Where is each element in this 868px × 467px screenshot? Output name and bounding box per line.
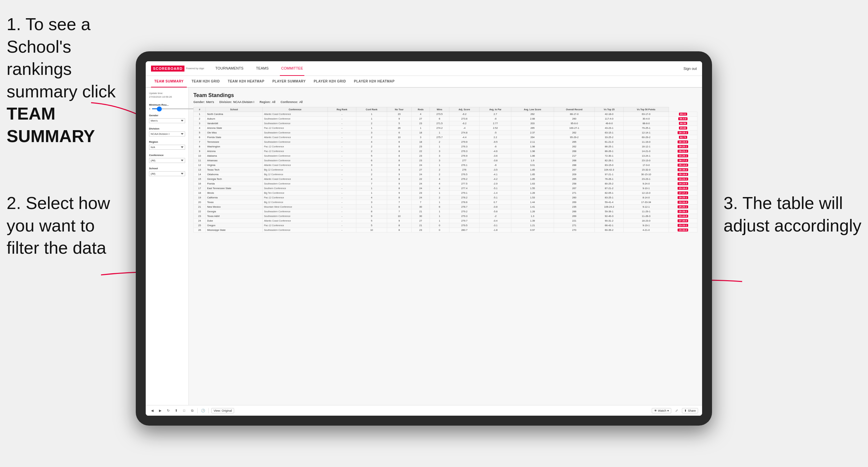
table-row: 3VanderbiltSoutheastern Conference-25232… bbox=[194, 121, 698, 126]
table-row: 13Texas TechBig 12 Conference-19272276-3… bbox=[194, 167, 698, 172]
table-row: 17East Tennessee StateSouthern Conferenc… bbox=[194, 186, 698, 191]
logo-sub: Powered by clippi bbox=[186, 67, 204, 69]
sub-nav-player-summary[interactable]: PLAYER SUMMARY bbox=[269, 75, 309, 88]
table-row: 10AlabamaSoutheastern Conference-5823327… bbox=[194, 154, 698, 158]
col-rank: # bbox=[194, 107, 206, 112]
col-conf-rank: Conf Rank bbox=[356, 107, 387, 112]
table-row: 22GeorgiaSoutheastern Conference-8721127… bbox=[194, 209, 698, 214]
toolbar-sep2 bbox=[208, 408, 209, 413]
sign-out-button[interactable]: Sign out bbox=[684, 67, 697, 70]
nav-tournaments[interactable]: TOURNAMENTS bbox=[214, 61, 245, 76]
col-vs-top25: Vs Top 25 bbox=[595, 107, 624, 112]
table-row: 20TexasBig 12 Conference-3771278.60.71.4… bbox=[194, 200, 698, 205]
table-row: 25OregonPac-12 Conference-58210279.5-3.1… bbox=[194, 223, 698, 228]
table-row: 23Texas A&MSoutheastern Conference-91030… bbox=[194, 214, 698, 219]
col-wins: Wins bbox=[430, 107, 449, 112]
table-row: 26Mississippi StateSoutheastern Conferen… bbox=[194, 228, 698, 232]
sub-nav-player-h2h-heatmap[interactable]: PLAYER H2H HEATMAP bbox=[351, 75, 398, 88]
col-avg-par: Avg. to Par bbox=[479, 107, 511, 112]
conference-section: Conference (All) Atlantic Coast Conferen… bbox=[149, 154, 185, 163]
table-row: 24DukeAtlantic Coast Conference-59271279… bbox=[194, 219, 698, 223]
table-row: 8WashingtonPac-12 Conference-28231276.3-… bbox=[194, 145, 698, 149]
filters-row: Gender: Men's Division: NCAA Division I … bbox=[193, 100, 698, 104]
table-row: 14OklahomaBig 12 Conference-29242276.5-4… bbox=[194, 172, 698, 177]
logo-area: SCOREBOARD Powered by clippi bbox=[151, 66, 204, 71]
school-select[interactable]: (All) bbox=[149, 171, 185, 176]
col-overall: Overall Record bbox=[554, 107, 594, 112]
table-row: 18IllinoisBig Ten Conference-19231279.1-… bbox=[194, 191, 698, 195]
division-section: Division NCAA Division I NCAA Division I… bbox=[149, 127, 185, 136]
table-row: 6Florida StateAtlantic Coast Conference-… bbox=[194, 135, 698, 140]
bottom-toolbar: ◀ ▶ ↻ ⬆ □ ⧉ 🕐 View: Original 👁 Watch ▾ ⤢… bbox=[146, 405, 702, 416]
sub-nav-player-h2h-grid[interactable]: PLAYER H2H GRID bbox=[310, 75, 349, 88]
toolbar-bookmark[interactable]: □ bbox=[182, 408, 187, 413]
content-area: Team Standings Gender: Men's Division: N… bbox=[189, 88, 702, 405]
toolbar-resize[interactable]: ⤢ bbox=[674, 408, 679, 413]
tablet-screen: SCOREBOARD Powered by clippi TOURNAMENTS… bbox=[146, 61, 702, 416]
sub-nav-team-h2h-grid[interactable]: TEAM H2H GRID bbox=[188, 75, 223, 88]
tablet-device: SCOREBOARD Powered by clippi TOURNAMENTS… bbox=[136, 51, 712, 426]
toolbar-share[interactable]: ⬆ bbox=[174, 408, 179, 413]
content-title: Team Standings bbox=[193, 92, 698, 98]
navbar: SCOREBOARD Powered by clippi TOURNAMENTS… bbox=[146, 61, 702, 76]
sub-nav-team-h2h-heatmap[interactable]: TEAM H2H HEATMAP bbox=[224, 75, 268, 88]
region-section: Region N/A All bbox=[149, 141, 185, 150]
col-reg-rank: Reg Rank bbox=[328, 107, 356, 112]
table-row: 16FloridaSoutheastern Conference-7924427… bbox=[194, 182, 698, 186]
nav-teams[interactable]: TEAMS bbox=[255, 61, 270, 76]
col-rnds: Rnds bbox=[411, 107, 430, 112]
standings-table: # School Conference Reg Rank Conf Rank N… bbox=[193, 107, 698, 232]
col-conference: Conference bbox=[262, 107, 328, 112]
col-avg-low: Avg. Low Score bbox=[511, 107, 554, 112]
toolbar-back[interactable]: ◀ bbox=[150, 408, 155, 413]
instruction-step2: 2. Select how you want to filter the dat… bbox=[7, 192, 110, 259]
school-section: School (All) bbox=[149, 167, 185, 176]
nav-committee[interactable]: COMMITTEE bbox=[280, 61, 304, 76]
minimum-rounds-section: Minimum Rou... 4 30 bbox=[149, 103, 185, 110]
sub-nav-team-summary[interactable]: TEAM SUMMARY bbox=[151, 75, 187, 88]
table-row: 7TennesseeSoutheastern Conference-461822… bbox=[194, 140, 698, 145]
table-row: 19CaliforniaPac-12 Conference-48242278.2… bbox=[194, 195, 698, 200]
filter-region: Region: All bbox=[260, 100, 276, 104]
table-row: 21New MexicoMountain West Conference-183… bbox=[194, 205, 698, 209]
watch-button[interactable]: 👁 Watch ▾ bbox=[652, 408, 671, 413]
instruction-step3: 3. The table will adjust accordingly bbox=[723, 192, 861, 237]
table-row: 5Ole MissSoutheastern Conference-3618127… bbox=[194, 130, 698, 135]
update-time: Update time: 27/03/2024 16:56:26 bbox=[149, 92, 185, 99]
col-no-tour: No Tour bbox=[387, 107, 411, 112]
gender-select[interactable]: Men's Women's All bbox=[149, 118, 185, 123]
col-adj-score: Adj. Score bbox=[449, 107, 479, 112]
content-header: Team Standings Gender: Men's Division: N… bbox=[193, 92, 698, 104]
filter-conference: Conference: All bbox=[280, 100, 303, 104]
view-original-button[interactable]: View: Original bbox=[211, 408, 234, 413]
gender-section: Gender Men's Women's All bbox=[149, 114, 185, 123]
filter-gender: Gender: Men's bbox=[193, 100, 214, 104]
table-row: 12VirginiaAtlantic Coast Conference-3824… bbox=[194, 163, 698, 167]
main-content: Update time: 27/03/2024 16:56:26 Minimum… bbox=[146, 88, 702, 405]
toolbar-clock[interactable]: 🕐 bbox=[200, 408, 206, 413]
sub-navbar: TEAM SUMMARY TEAM H2H GRID TEAM H2H HEAT… bbox=[146, 76, 702, 88]
minimum-rounds-slider[interactable] bbox=[152, 108, 194, 109]
filter-division: Division: NCAA Division I bbox=[219, 100, 254, 104]
toolbar-sep1 bbox=[197, 408, 198, 413]
nav-items: TOURNAMENTS TEAMS COMMITTEE bbox=[214, 61, 683, 76]
table-row: 9ArizonaPac-12 Conference-28223276.3-4.6… bbox=[194, 149, 698, 154]
toolbar-forward[interactable]: ▶ bbox=[158, 408, 163, 413]
toolbar-tab[interactable]: ⧉ bbox=[189, 408, 195, 413]
table-row: 15Georgia TechAtlantic Coast Conference-… bbox=[194, 177, 698, 182]
table-row: 1North CarolinaAtlantic Coast Conference… bbox=[194, 112, 698, 117]
division-select[interactable]: NCAA Division I NCAA Division II NCAA Di… bbox=[149, 131, 185, 136]
logo: SCOREBOARD bbox=[151, 66, 184, 71]
sidebar: Update time: 27/03/2024 16:56:26 Minimum… bbox=[146, 88, 189, 405]
region-select[interactable]: N/A All bbox=[149, 145, 185, 150]
conference-select[interactable]: (All) Atlantic Coast Conference Southeas… bbox=[149, 158, 185, 163]
toolbar-refresh[interactable]: ↻ bbox=[165, 408, 171, 413]
col-vs-top50: Vs Top 50 Points bbox=[624, 107, 669, 112]
table-row: 2AuburnSoutheastern Conference-19276273.… bbox=[194, 117, 698, 121]
col-school: School bbox=[206, 107, 262, 112]
table-row: 4Arizona StatePac-12 Conference-1261274.… bbox=[194, 126, 698, 130]
share-button[interactable]: ⬆ Share bbox=[682, 408, 698, 413]
table-row: 11ArkansasSoutheastern Conference-682332… bbox=[194, 158, 698, 163]
